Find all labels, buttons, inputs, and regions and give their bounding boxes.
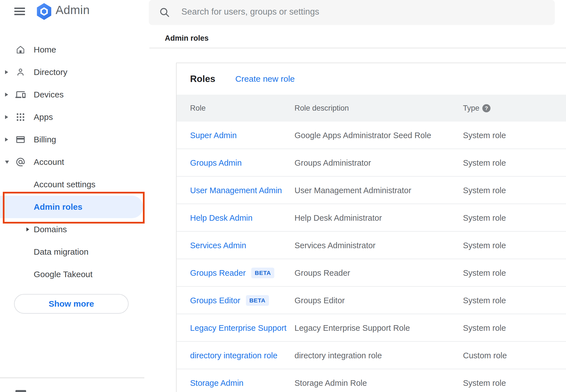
role-type-cell: System role	[463, 259, 506, 287]
role-description-cell: Groups Editor	[295, 287, 345, 314]
sidebar-account-subnav: Account settingsAdmin rolesDomainsData m…	[0, 173, 144, 286]
sidebar-item-label: Apps	[34, 112, 53, 122]
sidebar-item-devices[interactable]: Devices	[0, 83, 144, 106]
table-row: Groups AdminGroups AdministratorSystem r…	[177, 149, 566, 177]
role-link[interactable]: Super Admin	[190, 131, 237, 140]
table-row: Groups ReaderBETAGroups ReaderSystem rol…	[177, 259, 566, 287]
roles-card: Roles Create new role Role Role descript…	[176, 63, 566, 392]
role-link[interactable]: Storage Admin	[190, 379, 243, 388]
role-cell: Storage Admin	[190, 369, 243, 392]
sidebar-item-apps[interactable]: Apps	[0, 106, 144, 128]
sidebar-item-data-migration[interactable]: Data migration	[0, 241, 144, 263]
chevron-right-icon[interactable]	[5, 115, 8, 119]
help-icon[interactable]: ?	[482, 104, 490, 112]
credit-card-icon	[15, 134, 26, 145]
search-icon	[158, 6, 171, 19]
table-row: Help Desk AdminHelp Desk AdministratorSy…	[177, 204, 566, 232]
column-header-role-description: Role description	[295, 95, 349, 122]
devices-icon	[15, 89, 26, 100]
role-description-cell: Storage Admin Role	[295, 369, 367, 392]
roles-title: Roles	[190, 63, 215, 95]
role-cell: Services Admin	[190, 232, 246, 259]
role-description-cell: Google Apps Administrator Seed Role	[295, 122, 431, 149]
sidebar-item-home[interactable]: Home	[0, 38, 144, 61]
table-row: User Management AdminUser Management Adm…	[177, 177, 566, 204]
person-icon	[15, 67, 26, 78]
table-row: Services AdminServices AdministratorSyst…	[177, 232, 566, 259]
sidebar-item-label: Devices	[34, 90, 64, 99]
sidebar-item-directory[interactable]: Directory	[0, 61, 144, 83]
sidebar-item-google-takeout[interactable]: Google Takeout	[0, 263, 144, 286]
sidebar-subitem-label: Data migration	[34, 247, 88, 257]
table-row: Storage AdminStorage Admin RoleSystem ro…	[177, 369, 566, 392]
chevron-right-icon[interactable]	[5, 138, 8, 142]
sidebar-item-label: Billing	[34, 135, 56, 144]
role-link[interactable]: Help Desk Admin	[190, 213, 252, 223]
show-more-button[interactable]: Show more	[14, 294, 129, 314]
role-description-cell: Legacy Enterprise Support Role	[295, 314, 410, 342]
sidebar-subitem-label: Account settings	[34, 180, 95, 189]
chevron-right-icon[interactable]	[26, 227, 29, 231]
sidebar-item-label: Directory	[34, 67, 67, 77]
clipped-bottom-icon	[15, 390, 26, 392]
role-link[interactable]: directory integration role	[190, 351, 277, 360]
menu-icon[interactable]	[14, 8, 25, 15]
table-row: Legacy Enterprise SupportLegacy Enterpri…	[177, 314, 566, 342]
beta-badge: BETA	[246, 295, 269, 306]
role-link[interactable]: Groups Editor	[190, 296, 240, 305]
role-description-cell: User Management Administrator	[295, 177, 411, 204]
sidebar-item-account[interactable]: Account	[0, 151, 144, 173]
sidebar-bottom-divider	[0, 377, 144, 378]
role-description-cell: directory integration role	[295, 342, 382, 369]
role-cell: Groups EditorBETA	[190, 287, 269, 314]
role-description-cell: Help Desk Administrator	[295, 204, 382, 232]
chevron-down-icon[interactable]	[5, 161, 9, 164]
role-cell: Help Desk Admin	[190, 204, 252, 232]
role-type-cell: System role	[463, 314, 506, 342]
chevron-right-icon[interactable]	[5, 70, 8, 74]
admin-logo-icon	[36, 3, 52, 20]
role-type-cell: System role	[463, 149, 506, 177]
role-link[interactable]: Services Admin	[190, 241, 246, 250]
beta-badge: BETA	[251, 268, 274, 278]
role-cell: Groups ReaderBETA	[190, 259, 274, 287]
app-title: Admin	[56, 3, 90, 17]
create-new-role-link[interactable]: Create new role	[235, 63, 295, 95]
table-row: Groups EditorBETAGroups EditorSystem rol…	[177, 287, 566, 314]
sidebar-nav: HomeDirectoryDevicesAppsBillingAccount	[0, 38, 144, 173]
role-link[interactable]: User Management Admin	[190, 186, 282, 195]
column-header-role: Role	[190, 95, 206, 122]
table-row: directory integration roledirectory inte…	[177, 342, 566, 369]
sidebar-item-admin-roles[interactable]: Admin roles	[0, 196, 143, 218]
sidebar-subitem-label: Domains	[34, 225, 67, 234]
role-type-cell: System role	[463, 204, 506, 232]
roles-table-body: Super AdminGoogle Apps Administrator See…	[177, 122, 566, 392]
sidebar-item-label: Account	[34, 157, 64, 167]
role-cell: Super Admin	[190, 122, 237, 149]
role-type-cell: System role	[463, 287, 506, 314]
table-header-row: Role Role description Type ?	[177, 95, 566, 122]
role-cell: Groups Admin	[190, 149, 242, 177]
role-link[interactable]: Legacy Enterprise Support	[190, 323, 286, 333]
home-icon	[15, 44, 26, 55]
role-cell: Legacy Enterprise Support	[190, 314, 286, 342]
at-sign-icon	[15, 157, 26, 167]
sidebar-item-label: Home	[34, 45, 56, 54]
brand-row: Admin	[0, 0, 144, 25]
role-description-cell: Services Administrator	[295, 232, 376, 259]
sidebar-item-billing[interactable]: Billing	[0, 128, 144, 151]
sidebar-item-account-settings[interactable]: Account settings	[0, 173, 144, 196]
role-type-cell: System role	[463, 232, 506, 259]
role-type-cell: System role	[463, 177, 506, 204]
breadcrumb: Admin roles	[165, 34, 209, 43]
chevron-right-icon[interactable]	[5, 93, 8, 97]
role-link[interactable]: Groups Reader	[190, 268, 246, 278]
role-link[interactable]: Groups Admin	[190, 158, 242, 168]
sidebar-subitem-label: Google Takeout	[34, 270, 93, 279]
role-type-cell: System role	[463, 122, 506, 149]
search-input[interactable]: Search for users, groups or settings	[149, 0, 555, 25]
role-type-cell: Custom role	[463, 342, 507, 369]
role-description-cell: Groups Reader	[295, 259, 350, 287]
sidebar-item-domains[interactable]: Domains	[0, 218, 144, 241]
table-row: Super AdminGoogle Apps Administrator See…	[177, 122, 566, 149]
